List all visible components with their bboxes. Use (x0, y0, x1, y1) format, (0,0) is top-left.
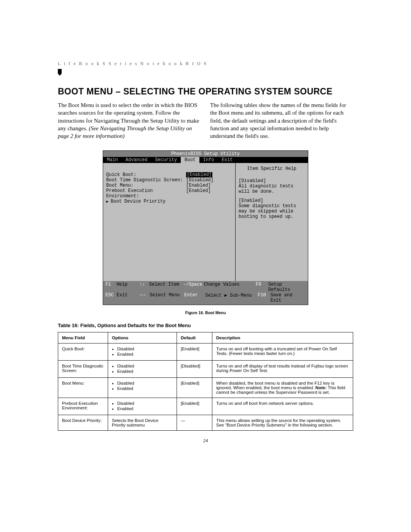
cell-field: Boot Time Diagnostic Screen: (58, 361, 108, 378)
cell-field: Quick Boot: (58, 343, 108, 361)
bios-row3-value: [Enabled] (186, 188, 211, 199)
bios-row0-value: [Enabled] (186, 172, 212, 177)
table-row: Preboot Execution Environment: Disabled … (58, 398, 353, 415)
bios-tab-advanced: Advanced (122, 157, 151, 163)
bios-row2-label: Boot Menu: (106, 183, 186, 188)
cell-desc: When disabled, the boot menu is disabled… (212, 378, 353, 398)
bios-left-pane: Quick Boot: [Enabled] Boot Time Diagnost… (103, 163, 236, 281)
table-row: Boot Device Priority: Selects the Boot D… (58, 415, 353, 431)
bios-help-b1-l2: may be skipped while (239, 209, 305, 214)
bf0-l3: Change Values (204, 282, 256, 292)
bf1-k2: ←→ (139, 292, 150, 303)
bios-row0-label: Quick Boot: (106, 172, 186, 177)
bios-submenu: Boot Device Priority (106, 199, 166, 204)
bf0-k1: F1 (105, 282, 116, 292)
bf1-k1: ESC (105, 292, 117, 303)
bios-row3-label: Preboot Execution Environment: (106, 188, 186, 199)
bios-footer: F1 Help ↑↓ Select Item -/Space Change Va… (103, 281, 308, 305)
list-item: Enabled (117, 406, 173, 411)
bf0-l1: Help (116, 282, 138, 292)
intro-right: The following tables show the names of t… (210, 101, 353, 140)
cell-options: Disabled Enabled (108, 378, 177, 398)
bios-tab-info: Info (199, 157, 218, 163)
cell-default: [Disabled] (177, 361, 212, 378)
cell-desc: Turns on and off display of test results… (212, 361, 353, 378)
bf0-l4: Setup Defaults (268, 282, 306, 292)
bios-row2-value: [Enabled] (186, 183, 211, 188)
bf0-l2: Select Item (149, 282, 183, 292)
th-desc: Description (212, 332, 353, 343)
bios-help-b0-l0: [Disabled] (239, 178, 305, 184)
bios-row1-value: [Disabled] (186, 177, 213, 183)
svg-marker-0 (58, 69, 62, 76)
cell-default: [Enabled] (177, 378, 212, 398)
list-item: Disabled (117, 364, 173, 368)
bios-help-b0-l2: will be done. (239, 189, 305, 194)
bios-row1-label: Boot Time Diagnostic Screen: (106, 177, 186, 183)
bf0-k2: ↑↓ (138, 282, 149, 292)
table-row: Boot Menu: Disabled Enabled [Enabled] Wh… (58, 378, 353, 398)
bios-help-b0-l1: All diagnostic tests (239, 184, 305, 189)
cell-field: Preboot Execution Environment: (58, 398, 108, 415)
page-number: 24 (58, 438, 353, 444)
list-item: Enabled (117, 369, 173, 374)
cell-field: Boot Device Priority: (58, 415, 108, 431)
list-item: Disabled (117, 401, 173, 406)
bf1-k3: Enter (184, 292, 205, 303)
cell-field: Boot Menu: (58, 378, 108, 398)
bf1-l4: Save and Exit (271, 292, 306, 303)
list-item: Disabled (117, 381, 173, 385)
cell-desc: Turns on and off booting with a truncate… (212, 343, 353, 361)
cell-default: [Enabled] (177, 343, 212, 361)
bios-title: PhoenixBIOS Setup Utility (103, 151, 308, 157)
bios-tab-security: Security (151, 157, 181, 163)
bios-help-pane: Item Specific Help [Disabled] All diagno… (236, 163, 308, 281)
page-title: BOOT MENU – SELECTING THE OPERATING SYST… (58, 86, 353, 97)
bios-tab-boot: Boot (181, 157, 199, 163)
list-item: Enabled (117, 352, 173, 356)
bf1-l3: Select ▶ Sub-Menu (205, 292, 258, 303)
bios-screen: PhoenixBIOS Setup Utility Main Advanced … (103, 150, 308, 305)
bf0-k4: F9 (256, 282, 268, 292)
table-header-row: Menu Field Options Default Description (58, 332, 353, 343)
table-row: Boot Time Diagnostic Screen: Disabled En… (58, 361, 353, 378)
figure-caption: Figure 16. Boot Menu (58, 310, 353, 315)
intro-columns: The Boot Menu is used to select the orde… (58, 101, 353, 140)
th-default: Default (177, 332, 212, 343)
cell-desc: Turns on and off boot from network serve… (212, 398, 353, 415)
list-item: Enabled (117, 386, 173, 391)
table-row: Quick Boot: Disabled Enabled [Enabled] T… (58, 343, 353, 361)
bios-help-b1-l1: Some diagnostic tests (239, 203, 305, 209)
bios-help-b1-l3: booting to speed up. (239, 214, 305, 219)
cell-options: Selects the Boot Device Priority submenu (108, 415, 177, 431)
table-title: Table 16: Fields, Options and Defaults f… (58, 323, 353, 328)
bf1-l2: Select Menu (150, 292, 184, 303)
bf1-l1: Exit (117, 292, 139, 303)
bios-tab-main: Main (103, 157, 122, 163)
cell-default: [Enabled] (177, 398, 212, 415)
cell-options: Disabled Enabled (108, 361, 177, 378)
list-item: Disabled (117, 347, 173, 351)
cell-options: Disabled Enabled (108, 343, 177, 361)
cell-desc: This menu allows setting up the source f… (212, 415, 353, 431)
cell-options: Disabled Enabled (108, 398, 177, 415)
bios-tab-exit: Exit (218, 157, 237, 163)
cell-default: — (177, 415, 212, 431)
fields-table: Menu Field Options Default Description Q… (58, 332, 353, 431)
bf0-k3: -/Space (183, 282, 204, 292)
bios-tab-bar: Main Advanced Security Boot Info Exit (103, 157, 308, 163)
desc-note: Note: (315, 385, 327, 390)
bios-help-b1-l0: [Enabled] (239, 198, 305, 203)
header-marker-icon (58, 69, 353, 76)
bios-help-title: Item Specific Help (239, 166, 305, 171)
bf1-k4: F10 (258, 292, 271, 303)
th-field: Menu Field (58, 332, 108, 343)
th-options: Options (108, 332, 177, 343)
running-header: L i f e B o o k S S e r i e s N o t e b … (58, 61, 353, 67)
